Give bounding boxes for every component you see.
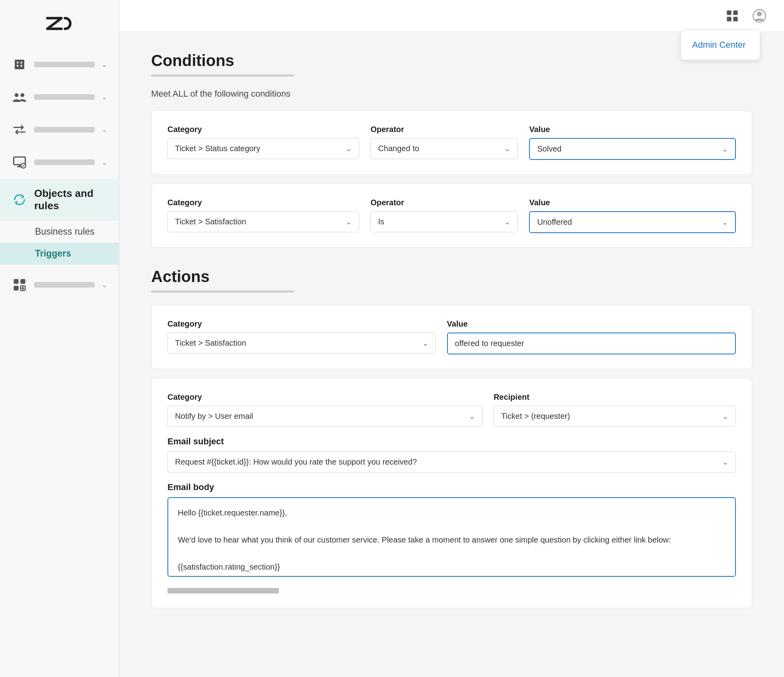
condition-2-value-select[interactable]: Unoffered ⌄ [529, 211, 736, 233]
action-fields-2: Category Notify by > User email ⌄ Recipi… [167, 393, 736, 427]
condition-2-operator-label: Operator [370, 198, 518, 207]
svg-rect-10 [20, 279, 25, 284]
chevron-down-icon: ⌄ [722, 458, 728, 467]
svg-rect-16 [733, 17, 737, 21]
action-2-category-select[interactable]: Notify by > User email ⌄ [167, 406, 482, 427]
sidebar-item-workspaces[interactable]: ⌄ [0, 146, 119, 179]
svg-point-18 [757, 12, 762, 16]
condition-1-value-select[interactable]: Solved ⌄ [529, 138, 736, 160]
conditions-section: Conditions Meet ALL of the following con… [151, 52, 752, 248]
svg-rect-13 [727, 10, 731, 15]
action-1-category-select[interactable]: Ticket > Satisfaction ⌄ [167, 333, 436, 354]
chevron-down-icon: ⌄ [722, 145, 728, 154]
email-body-label: Email body [167, 482, 736, 492]
nav-label-bar [34, 127, 95, 132]
condition-2-category-select[interactable]: Ticket > Satisfaction ⌄ [167, 211, 359, 232]
chevron-down-icon: ⌄ [422, 339, 428, 348]
svg-point-5 [15, 93, 19, 97]
sidebar-item-business-rules[interactable]: Business rules [0, 221, 119, 243]
condition-2-value-label: Value [529, 198, 736, 207]
sidebar-item-people[interactable]: ⌄ [0, 81, 119, 113]
conditions-subtitle: Meet ALL of the following conditions [151, 89, 752, 99]
sidebar-item-apps-and-integrations[interactable]: ⌄ [0, 268, 119, 301]
svg-point-6 [20, 93, 24, 97]
chevron-down-icon: ⌄ [102, 159, 107, 166]
condition-fields-2: Category Ticket > Satisfaction ⌄ Operato… [167, 198, 736, 233]
chevron-down-icon: ⌄ [722, 412, 728, 421]
svg-rect-14 [733, 10, 737, 15]
action-row-2: Category Notify by > User email ⌄ Recipi… [151, 378, 752, 608]
condition-2-operator-group: Operator Is ⌄ [370, 198, 518, 232]
condition-1-operator-group: Operator Changed to ⌄ [370, 125, 518, 159]
action-2-category-group: Category Notify by > User email ⌄ [167, 393, 482, 427]
bottom-scrollbar [167, 588, 279, 593]
condition-fields-1: Category Ticket > Status category ⌄ Oper… [167, 125, 736, 160]
svg-rect-0 [15, 60, 24, 69]
nav-label-bar [34, 62, 95, 67]
arrows-icon [12, 122, 27, 137]
chevron-down-icon: ⌄ [102, 126, 107, 134]
admin-center-link[interactable]: Admin Center [681, 33, 760, 56]
email-subject-select[interactable]: Request #{{ticket.id}}: How would you ra… [167, 451, 736, 473]
condition-1-operator-select[interactable]: Changed to ⌄ [370, 138, 518, 159]
chevron-down-icon: ⌄ [504, 144, 510, 153]
condition-1-category-label: Category [167, 125, 359, 134]
apps-grid-button[interactable] [724, 7, 741, 25]
chevron-down-icon: ⌄ [469, 412, 475, 421]
apps-add-icon [12, 277, 27, 292]
action-2-recipient-label: Recipient [494, 393, 736, 402]
condition-2-category-label: Category [167, 198, 359, 207]
page-content: Conditions Meet ALL of the following con… [119, 32, 784, 677]
zendesk-logo [44, 14, 76, 36]
action-1-value-input[interactable] [447, 333, 736, 354]
nav-label-bar [34, 160, 95, 165]
sidebar-item-triggers[interactable]: Triggers [0, 243, 119, 265]
chevron-down-icon: ⌄ [102, 93, 107, 101]
chevron-down-icon: ⌄ [102, 61, 107, 68]
sidebar: ⌄ ⌄ ⌄ [0, 0, 119, 677]
admin-center-dropdown: Admin Center [681, 30, 760, 60]
people-icon [12, 89, 27, 105]
condition-1-category-group: Category Ticket > Status category ⌄ [167, 125, 359, 159]
svg-rect-15 [727, 17, 731, 21]
condition-row-2: Category Ticket > Satisfaction ⌄ Operato… [151, 183, 752, 248]
sidebar-item-channels[interactable]: ⌄ [0, 113, 119, 146]
action-1-category-group: Category Ticket > Satisfaction ⌄ [167, 319, 436, 354]
chevron-down-icon: ⌄ [346, 218, 352, 226]
svg-rect-9 [14, 279, 18, 284]
condition-1-value-group: Value Solved ⌄ [529, 125, 736, 160]
action-1-value-group: Value [447, 319, 736, 354]
action-2-category-label: Category [167, 393, 482, 402]
svg-rect-4 [21, 65, 22, 66]
conditions-title: Conditions [151, 52, 752, 70]
svg-rect-2 [21, 62, 22, 63]
condition-1-operator-label: Operator [370, 125, 518, 134]
building-icon [12, 57, 27, 72]
sidebar-item-objects-and-rules[interactable]: Objects and rules [0, 179, 119, 221]
condition-2-value-group: Value Unoffered ⌄ [529, 198, 736, 233]
objects-rules-icon [12, 192, 27, 207]
condition-2-operator-select[interactable]: Is ⌄ [370, 211, 518, 232]
chevron-down-icon: ⌄ [504, 218, 510, 226]
user-avatar-button[interactable] [751, 7, 768, 25]
chevron-down-icon: ⌄ [102, 281, 107, 289]
monitor-icon [12, 155, 27, 170]
sidebar-item-buildings[interactable]: ⌄ [0, 48, 119, 81]
action-1-category-label: Category [167, 319, 436, 329]
email-body-textarea[interactable]: Hello {{ticket.requester.name}}, We'd lo… [167, 497, 736, 577]
action-row-1: Category Ticket > Satisfaction ⌄ Value [151, 305, 752, 369]
conditions-progress-bar [151, 74, 294, 77]
condition-1-category-select[interactable]: Ticket > Status category ⌄ [167, 138, 359, 159]
email-body-group: Email body Hello {{ticket.requester.name… [167, 482, 736, 578]
sidebar-navigation: ⌄ ⌄ ⌄ [0, 48, 119, 677]
sidebar-item-objects-and-rules-label: Objects and rules [34, 187, 107, 212]
actions-section: Actions Category Ticket > Satisfaction ⌄… [151, 268, 752, 608]
condition-1-value-label: Value [529, 125, 736, 134]
svg-rect-1 [17, 62, 18, 63]
email-subject-group: Email subject Request #{{ticket.id}}: Ho… [167, 436, 736, 473]
action-2-recipient-select[interactable]: Ticket > (requester) ⌄ [494, 406, 736, 427]
condition-2-category-group: Category Ticket > Satisfaction ⌄ [167, 198, 359, 232]
topbar [119, 0, 784, 32]
chevron-down-icon: ⌄ [346, 144, 352, 153]
svg-rect-11 [14, 286, 18, 290]
